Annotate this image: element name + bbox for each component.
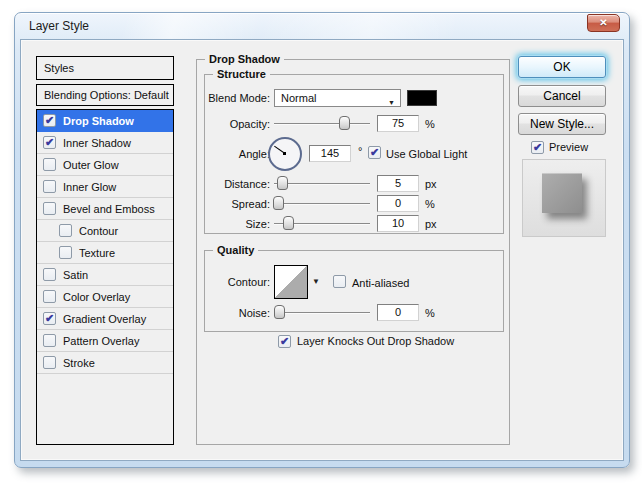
spread-slider[interactable] [274,195,370,211]
structure-group-title: Structure [213,68,270,80]
blend-mode-dropdown[interactable]: Normal ▼ [274,89,401,107]
use-global-light-checkbox[interactable]: ✔ [368,146,381,159]
preview-thumbnail [542,173,582,213]
size-unit: px [425,218,437,230]
spread-slider-thumb[interactable] [273,196,284,210]
style-item-checkbox[interactable] [43,268,56,281]
spread-row: Spread: 0 % [205,195,503,213]
distance-slider-track[interactable] [274,183,370,184]
style-item-label: Drop Shadow [63,115,134,127]
anti-aliased-checkbox[interactable] [333,275,346,288]
angle-unit: ° [358,145,362,157]
contour-picker[interactable] [274,265,308,299]
style-item-outer-glow[interactable]: Outer Glow [37,154,173,176]
style-item-label: Color Overlay [63,291,130,303]
style-item-inner-glow[interactable]: Inner Glow [37,176,173,198]
opacity-label: Opacity: [205,118,270,130]
spread-slider-track[interactable] [274,203,370,204]
blending-options-item[interactable]: Blending Options: Default [36,84,174,106]
size-slider-thumb[interactable] [283,216,294,230]
ok-button[interactable]: OK [518,56,606,78]
style-item-label: Outer Glow [63,159,119,171]
blend-mode-row: Blend Mode: Normal ▼ [205,89,503,107]
angle-row: Angle: 145 ° ✔ Use Global Light [205,137,503,173]
style-item-checkbox[interactable] [43,158,56,171]
angle-dial[interactable] [268,137,302,171]
spread-label: Spread: [205,198,270,210]
blending-options-label: Blending Options: Default [44,89,169,101]
style-item-checkbox[interactable] [43,356,56,369]
size-value[interactable]: 10 [377,215,419,232]
preview-label: Preview [549,141,588,153]
style-item-label: Contour [79,225,118,237]
style-item-satin[interactable]: Satin [37,264,173,286]
distance-value[interactable]: 5 [377,175,419,192]
contour-row: Contour: ▼ Anti-aliased [205,265,503,301]
style-item-inner-shadow[interactable]: ✔Inner Shadow [37,132,173,154]
preview-checkbox[interactable]: ✔ [531,141,544,154]
dialog-body: Styles Blending Options: Default ✔Drop S… [21,40,623,460]
style-item-texture[interactable]: Texture [37,242,173,264]
shadow-color-swatch[interactable] [407,90,437,106]
style-item-checkbox[interactable] [43,290,56,303]
opacity-unit: % [425,118,435,130]
distance-slider-thumb[interactable] [277,176,288,190]
style-item-label: Inner Glow [63,181,116,193]
spread-value[interactable]: 0 [377,195,419,212]
new-style-button[interactable]: New Style... [518,113,606,135]
chevron-down-icon[interactable]: ▼ [312,277,320,286]
knockout-row: ✔ Layer Knocks Out Drop Shadow [278,333,454,349]
cancel-button[interactable]: Cancel [518,85,606,107]
size-label: Size: [205,218,270,230]
styles-panel-header: Styles [36,56,174,80]
close-button[interactable]: ✕ [587,14,620,32]
style-item-bevel-and-emboss[interactable]: Bevel and Emboss [37,198,173,220]
noise-slider-track[interactable] [274,312,370,313]
style-item-checkbox[interactable]: ✔ [43,136,56,149]
distance-slider[interactable] [274,175,370,191]
layer-knocks-out-checkbox[interactable]: ✔ [278,335,291,348]
quality-group: Quality Contour: ▼ Anti-aliased Noise: 0 [204,250,504,332]
opacity-slider[interactable] [274,115,370,131]
style-item-checkbox[interactable] [43,334,56,347]
style-item-gradient-overlay[interactable]: ✔Gradient Overlay [37,308,173,330]
size-slider[interactable] [274,215,370,231]
structure-group: Structure Blend Mode: Normal ▼ Opacity: [204,74,504,234]
style-item-label: Inner Shadow [63,137,131,149]
noise-row: Noise: 0 % [205,304,503,322]
opacity-value[interactable]: 75 [377,115,419,132]
style-item-checkbox[interactable] [43,202,56,215]
close-icon: ✕ [599,17,607,28]
styles-list: ✔Drop Shadow✔Inner ShadowOuter GlowInner… [36,109,174,445]
style-item-checkbox[interactable] [43,180,56,193]
style-item-checkbox[interactable]: ✔ [43,312,56,325]
style-item-pattern-overlay[interactable]: Pattern Overlay [37,330,173,352]
layer-knocks-out-label: Layer Knocks Out Drop Shadow [297,335,454,347]
noise-slider[interactable] [274,304,370,320]
angle-value[interactable]: 145 [309,145,351,162]
style-item-label: Bevel and Emboss [63,203,155,215]
blend-mode-label: Blend Mode: [205,92,270,104]
opacity-slider-thumb[interactable] [339,116,350,130]
style-item-checkbox[interactable] [59,246,72,259]
distance-label: Distance: [205,178,270,190]
noise-label: Noise: [205,307,270,319]
opacity-slider-track[interactable] [274,123,370,124]
distance-unit: px [425,178,437,190]
title-bar[interactable]: Layer Style [15,13,629,40]
angle-label: Angle: [205,148,270,160]
noise-slider-thumb[interactable] [274,305,285,319]
style-item-checkbox[interactable] [59,224,72,237]
style-item-label: Gradient Overlay [63,313,146,325]
style-item-drop-shadow[interactable]: ✔Drop Shadow [37,110,173,132]
style-item-contour[interactable]: Contour [37,220,173,242]
style-item-stroke[interactable]: Stroke [37,352,173,374]
style-item-label: Pattern Overlay [63,335,139,347]
window-title: Layer Style [29,19,89,33]
noise-value[interactable]: 0 [377,304,419,321]
styles-header-label: Styles [44,62,74,74]
style-item-checkbox[interactable]: ✔ [43,114,56,127]
spread-unit: % [425,198,435,210]
style-item-label: Texture [79,247,115,259]
style-item-color-overlay[interactable]: Color Overlay [37,286,173,308]
